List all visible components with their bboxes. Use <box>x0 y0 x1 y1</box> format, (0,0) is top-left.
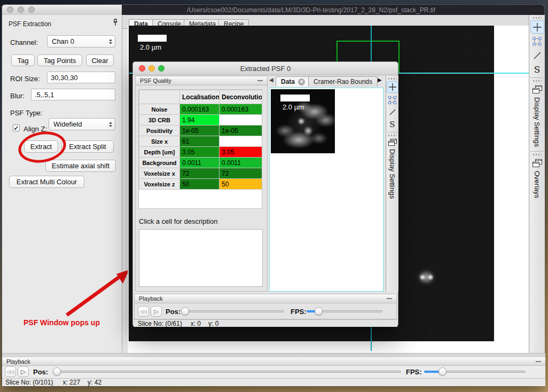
psf-type-select[interactable]: Widefield <box>49 118 115 130</box>
drag-handle-icon[interactable] <box>533 80 542 82</box>
channel-select[interactable]: Chan 0 <box>47 35 115 48</box>
psf-quality-header[interactable]: PSF Quality <box>136 76 267 85</box>
collapse-panel-icon[interactable] <box>536 361 541 362</box>
line-tool-icon[interactable] <box>531 49 544 61</box>
extract-multi-colour-button[interactable]: Extract Multi Colour <box>9 176 84 188</box>
playback-controls: ◁◁ ▷ Pos: FPS: <box>2 366 545 378</box>
annotation-text: PSF Window pops up <box>24 318 100 327</box>
quality-row: Voxelsize x7272 <box>139 168 262 179</box>
quality-cell[interactable]: 72 <box>180 168 220 179</box>
rectangle-select-tool-icon[interactable] <box>531 35 544 48</box>
line-tool-icon[interactable] <box>387 107 398 117</box>
pos-slider-thumb[interactable] <box>181 307 189 315</box>
squiggle-tool-icon[interactable]: S <box>531 63 544 75</box>
crosshair-tool-icon[interactable] <box>530 20 544 34</box>
quality-cell[interactable]: 50 <box>220 179 262 190</box>
playback-panel-header[interactable]: Playback <box>2 357 545 366</box>
quality-row: Size x61 <box>139 136 262 147</box>
display-settings-vertical-tab[interactable]: Display Settings <box>533 97 541 147</box>
column-deconvolution[interactable]: Deconvolution <box>220 90 262 104</box>
display-settings-vertical-tab[interactable]: Display Settings <box>388 149 396 199</box>
popup-title-bar[interactable]: Extracted PSF 0 <box>133 62 398 75</box>
psf-preview-area[interactable]: 2.0 µm <box>269 88 383 292</box>
quality-cell[interactable]: 50 <box>180 179 220 190</box>
status-bar: Slice No: (0/101) x: 227 y: 42 <box>2 378 545 386</box>
fps-slider-thumb[interactable] <box>315 307 323 315</box>
drag-handle-icon[interactable] <box>533 154 542 155</box>
channel-label: Channel: <box>10 38 38 46</box>
cell-description-box[interactable] <box>139 229 263 287</box>
select-stepper-icon <box>109 39 112 44</box>
tag-points-button[interactable]: Tag Points <box>37 54 82 66</box>
drag-handle-icon[interactable] <box>388 78 397 80</box>
skip-to-start-button[interactable]: ◁◁ <box>138 306 149 317</box>
quality-cell[interactable]: 72 <box>220 168 262 179</box>
quality-row: 3D CRB1.94 <box>139 115 262 126</box>
quality-row: Voxelsize z5050 <box>139 179 262 190</box>
slice-status: Slice No: (0/101) <box>5 379 53 386</box>
minimize-window-icon[interactable] <box>148 65 155 72</box>
pos-slider-track[interactable] <box>183 310 284 312</box>
pos-slider-track[interactable] <box>54 371 401 373</box>
align-z-checkbox[interactable]: ✓ <box>13 124 20 131</box>
skip-to-start-button[interactable]: ◁◁ <box>5 366 16 377</box>
estimate-axial-shift-button[interactable]: Estimate axial shift <box>45 160 116 172</box>
quality-cell[interactable]: 61 <box>180 136 220 147</box>
collapse-panel-icon[interactable] <box>257 80 263 81</box>
title-bar[interactable]: /Users/csoe002/Documents/data/LM/3D/3D-P… <box>2 5 544 15</box>
zoom-window-icon[interactable] <box>158 65 165 72</box>
fps-slider-track[interactable] <box>323 310 382 312</box>
quality-cell[interactable]: 1e-05 <box>180 126 220 136</box>
viewer-toolbar: S Display Settings Overlays <box>529 15 545 353</box>
close-window-icon[interactable] <box>7 6 13 13</box>
quality-cell[interactable]: 0.000163 <box>180 104 220 115</box>
fps-label: FPS: <box>406 368 422 376</box>
drag-handle-icon[interactable] <box>533 17 542 19</box>
popup-tab-cramer-rao[interactable]: Cramer-Rao Bounds <box>308 76 378 87</box>
blur-label: Blur: <box>10 92 25 100</box>
pin-icon[interactable] <box>112 19 119 26</box>
quality-row-label: Size x <box>139 136 180 147</box>
quality-cell[interactable]: 0.000163 <box>220 104 262 115</box>
windows-icon <box>531 83 544 96</box>
extract-split-button[interactable]: Extract Split <box>61 140 114 153</box>
quality-row-label: Positivity <box>139 126 180 136</box>
close-tab-icon[interactable]: ✕ <box>298 79 305 85</box>
overlays-vertical-tab[interactable]: Overlays <box>533 171 541 198</box>
quality-cell[interactable] <box>220 136 262 147</box>
close-window-icon[interactable] <box>139 65 145 72</box>
quality-cell[interactable]: 3.05 <box>180 147 220 158</box>
collapse-panel-icon[interactable] <box>387 298 392 299</box>
tag-button[interactable]: Tag <box>11 54 35 66</box>
drag-handle-icon[interactable] <box>388 135 397 136</box>
tab-scroll-left-icon[interactable]: ◀ <box>269 77 273 83</box>
play-button[interactable]: ▷ <box>151 306 162 317</box>
quality-cell[interactable]: 0.0011 <box>180 158 220 168</box>
quality-row-label: Background <box>139 158 180 168</box>
rectangle-select-tool-icon[interactable] <box>387 95 398 105</box>
minimize-window-icon[interactable] <box>18 6 24 13</box>
popup-playback-header[interactable]: Playback <box>135 294 396 303</box>
pos-slider-thumb[interactable] <box>53 367 61 375</box>
quality-cell[interactable]: 0.0011 <box>220 158 262 168</box>
clear-button[interactable]: Clear <box>86 54 114 66</box>
psf-type-label: PSF Type: <box>10 109 42 117</box>
fps-slider-track[interactable] <box>445 371 526 373</box>
blur-input[interactable] <box>31 89 115 100</box>
quality-cell[interactable] <box>220 115 262 126</box>
quality-cell[interactable]: 1.94 <box>180 115 220 126</box>
crosshair-tool-icon[interactable] <box>387 81 398 93</box>
tab-scroll-right-icon[interactable]: ▶ <box>378 77 382 83</box>
quality-row: Depth [um]3.053.05 <box>139 147 262 158</box>
column-localisation[interactable]: Localisation <box>180 90 220 104</box>
roi-size-input[interactable] <box>47 72 115 83</box>
quality-cell[interactable]: 1e-05 <box>220 126 262 136</box>
zoom-window-icon[interactable] <box>28 6 35 13</box>
x-status: x: 227 <box>62 379 80 386</box>
squiggle-tool-icon[interactable]: S <box>387 119 398 130</box>
quality-table-container: Localisation Deconvolution Noise0.000163… <box>138 89 262 209</box>
fps-slider-thumb[interactable] <box>439 367 447 375</box>
quality-cell[interactable]: 3.05 <box>220 147 262 158</box>
popup-tab-data[interactable]: Data ✕ <box>276 76 310 87</box>
play-button[interactable]: ▷ <box>18 366 29 377</box>
